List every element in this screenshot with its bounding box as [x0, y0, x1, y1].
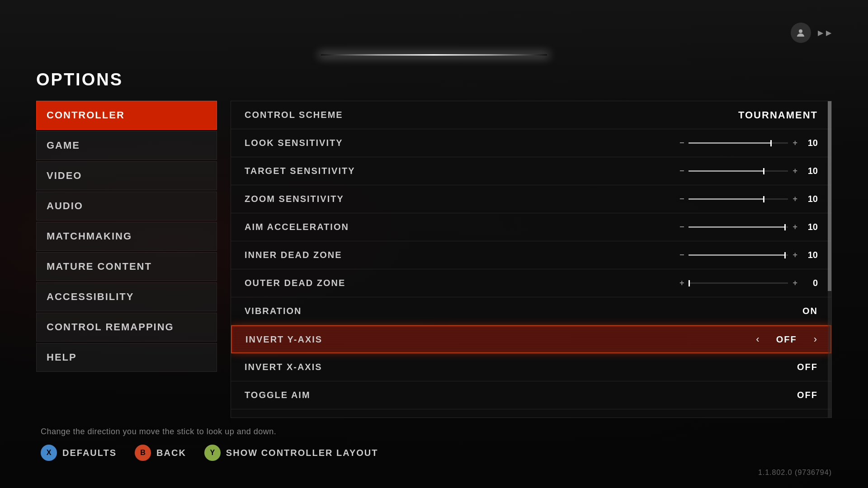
slider-plus: +: [793, 250, 797, 260]
row-outer-dead-zone[interactable]: OUTER DEAD ZONE + + 0: [231, 269, 831, 297]
value-target-sensitivity: 10: [804, 166, 818, 176]
label-vibration: VIBRATION: [245, 306, 802, 316]
top-right-area: ▶ ▶: [791, 23, 832, 43]
page-title: OPTIONS: [36, 70, 832, 89]
slider-look-sensitivity[interactable]: − + 10: [679, 138, 818, 148]
label-toggle-aim: TOGGLE AIM: [245, 390, 797, 400]
label-control-scheme: CONTROL SCHEME: [245, 110, 738, 120]
sidebar-item-matchmaking[interactable]: MATCHMAKING: [36, 222, 217, 251]
label-look-sensitivity: LOOK SENSITIVITY: [245, 138, 679, 148]
slider-plus: +: [793, 278, 797, 288]
arrow-right-btn[interactable]: ›: [814, 333, 817, 345]
slider-outer-dead-zone[interactable]: + + 0: [679, 278, 818, 288]
sidebar-item-video[interactable]: VIDEO: [36, 161, 217, 190]
row-zoom-sensitivity[interactable]: ZOOM SENSITIVITY − + 10: [231, 185, 831, 213]
top-right-text: ▶ ▶: [818, 28, 832, 37]
arrow-left-btn[interactable]: ‹: [756, 333, 759, 345]
y-button-icon: Y: [204, 445, 221, 461]
slider-thumb: [763, 168, 764, 174]
slider-track: [689, 198, 788, 200]
defaults-label: DEFAULTS: [62, 448, 117, 458]
slider-plus: +: [793, 166, 797, 176]
b-button-icon: B: [135, 445, 151, 461]
button-row: X DEFAULTS B BACK Y SHOW CONTROLLER LAYO…: [41, 445, 827, 461]
main-container: OPTIONS CONTROLLER GAME VIDEO AUDIO MATC…: [36, 70, 832, 461]
scrollbar-thumb: [828, 101, 831, 291]
slider-track: [689, 142, 788, 144]
label-inner-dead-zone: INNER DEAD ZONE: [245, 250, 679, 260]
selector-invert-y-axis[interactable]: ‹ OFF ›: [756, 333, 817, 345]
slider-plus: +: [793, 138, 797, 148]
value-invert-y-axis: OFF: [769, 334, 805, 345]
slider-thumb: [784, 252, 786, 258]
row-target-sensitivity[interactable]: TARGET SENSITIVITY − + 10: [231, 157, 831, 185]
value-toggle-aim: OFF: [797, 390, 818, 400]
back-button[interactable]: B BACK: [135, 445, 186, 461]
sidebar: CONTROLLER GAME VIDEO AUDIO MATCHMAKING …: [36, 101, 217, 418]
value-outer-dead-zone: 0: [804, 278, 818, 288]
value-control-scheme: TOURNAMENT: [738, 109, 818, 121]
slider-minus: −: [679, 194, 684, 204]
row-aim-acceleration[interactable]: AIM ACCELERATION − + 10: [231, 213, 831, 241]
slider-track: [689, 226, 788, 228]
label-outer-dead-zone: OUTER DEAD ZONE: [245, 278, 679, 288]
slider-plus-left: +: [679, 278, 684, 288]
defaults-button[interactable]: X DEFAULTS: [41, 445, 117, 461]
label-target-sensitivity: TARGET SENSITIVITY: [245, 166, 679, 176]
slider-plus: +: [793, 194, 797, 204]
hint-text: Change the direction you move the stick …: [41, 427, 827, 436]
sidebar-item-game[interactable]: GAME: [36, 131, 217, 160]
sidebar-item-audio[interactable]: AUDIO: [36, 192, 217, 221]
label-invert-y-axis: INVERT Y-AXIS: [245, 334, 756, 345]
label-aim-acceleration: AIM ACCELERATION: [245, 222, 679, 232]
label-invert-x-axis: INVERT X-AXIS: [245, 362, 797, 372]
slider-minus: −: [679, 166, 684, 176]
x-button-icon: X: [41, 445, 57, 461]
row-control-scheme[interactable]: CONTROL SCHEME TOURNAMENT: [231, 101, 831, 129]
row-invert-y-axis[interactable]: INVERT Y-AXIS ‹ OFF ›: [231, 325, 831, 353]
slider-fill: [689, 226, 784, 228]
version-text: 1.1.802.0 (9736794): [758, 469, 832, 477]
value-look-sensitivity: 10: [804, 138, 818, 148]
slider-minus: −: [679, 222, 684, 232]
bottom-area: Change the direction you move the stick …: [36, 427, 832, 461]
row-toggle-aim[interactable]: TOGGLE AIM OFF: [231, 381, 831, 409]
show-controller-layout-label: SHOW CONTROLLER LAYOUT: [226, 448, 378, 458]
user-icon: [791, 23, 811, 43]
sidebar-item-mature-content[interactable]: MATURE CONTENT: [36, 252, 217, 281]
row-look-sensitivity[interactable]: LOOK SENSITIVITY − + 10: [231, 129, 831, 157]
value-aim-acceleration: 10: [804, 222, 818, 232]
slider-zoom-sensitivity[interactable]: − + 10: [679, 194, 818, 204]
row-vibration[interactable]: VIBRATION ON: [231, 297, 831, 325]
scrollbar[interactable]: [828, 101, 831, 418]
slider-thumb: [763, 196, 764, 202]
slider-target-sensitivity[interactable]: − + 10: [679, 166, 818, 176]
slider-plus: +: [793, 222, 797, 232]
back-label: BACK: [156, 448, 186, 458]
top-bar-light: [321, 54, 547, 56]
slider-inner-dead-zone[interactable]: − + 10: [679, 250, 818, 260]
slider-fill: [689, 170, 763, 172]
slider-fill: [689, 198, 763, 200]
show-controller-layout-button[interactable]: Y SHOW CONTROLLER LAYOUT: [204, 445, 378, 461]
slider-track: [689, 254, 788, 256]
value-inner-dead-zone: 10: [804, 250, 818, 260]
value-vibration: ON: [802, 306, 818, 316]
sidebar-item-help[interactable]: HELP: [36, 343, 217, 372]
value-zoom-sensitivity: 10: [804, 194, 818, 204]
sidebar-item-control-remapping[interactable]: CONTROL REMAPPING: [36, 313, 217, 342]
row-invert-x-axis[interactable]: INVERT X-AXIS OFF: [231, 353, 831, 381]
slider-thumb: [770, 140, 772, 146]
content-area: CONTROLLER GAME VIDEO AUDIO MATCHMAKING …: [36, 101, 832, 418]
slider-fill: [689, 254, 784, 256]
slider-aim-acceleration[interactable]: − + 10: [679, 222, 818, 232]
sidebar-item-accessibility[interactable]: ACCESSIBILITY: [36, 282, 217, 311]
slider-track: [689, 170, 788, 172]
slider-thumb: [784, 224, 786, 230]
row-inner-dead-zone[interactable]: INNER DEAD ZONE − + 10: [231, 241, 831, 269]
settings-panel: CONTROL SCHEME TOURNAMENT LOOK SENSITIVI…: [231, 101, 832, 418]
slider-minus: −: [679, 138, 684, 148]
value-invert-x-axis: OFF: [797, 362, 818, 372]
label-zoom-sensitivity: ZOOM SENSITIVITY: [245, 194, 679, 204]
sidebar-item-controller[interactable]: CONTROLLER: [36, 101, 217, 130]
